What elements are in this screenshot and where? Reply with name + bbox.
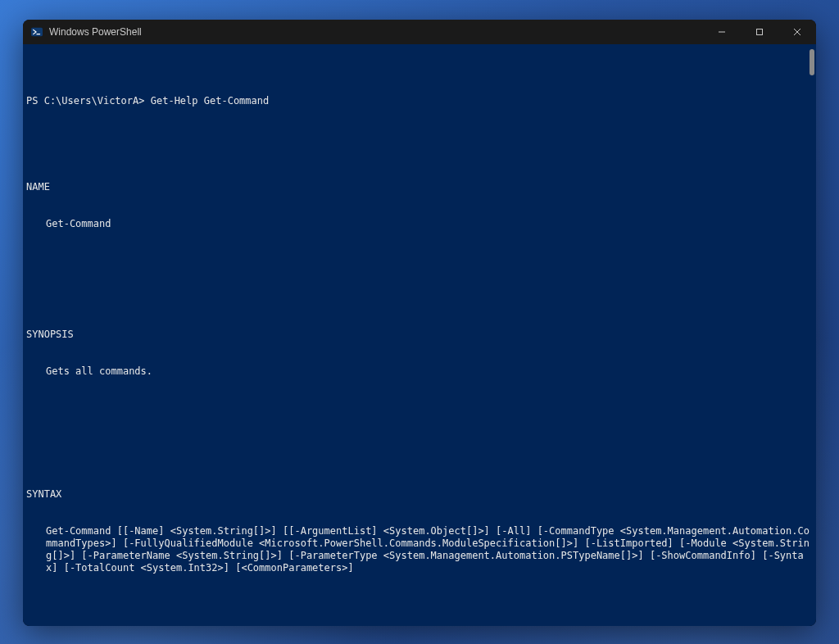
minimize-button[interactable] bbox=[703, 20, 741, 44]
titlebar[interactable]: Windows PowerShell bbox=[23, 20, 816, 44]
scrollbar-thumb[interactable] bbox=[810, 49, 814, 75]
prompt-command: Get-Help Get-Command bbox=[151, 95, 270, 107]
prompt-line: PS C:\Users\VictorA> Get-Help Get-Comman… bbox=[26, 95, 813, 107]
powershell-window: Windows PowerShell PS C:\Users\VictorA> … bbox=[23, 20, 816, 626]
close-button[interactable] bbox=[778, 20, 816, 44]
window-controls bbox=[703, 20, 816, 44]
name-heading: NAME bbox=[26, 181, 813, 193]
window-title: Windows PowerShell bbox=[49, 26, 142, 38]
terminal-area[interactable]: PS C:\Users\VictorA> Get-Help Get-Comman… bbox=[23, 44, 816, 626]
syntax-block-1: Get-Command [[-Name] <System.String[]>] … bbox=[26, 525, 813, 574]
prompt-path: PS C:\Users\VictorA> bbox=[26, 95, 145, 107]
svg-rect-3 bbox=[757, 29, 763, 35]
synopsis-value: Gets all commands. bbox=[26, 365, 813, 378]
synopsis-heading: SYNOPSIS bbox=[26, 329, 813, 341]
svg-rect-0 bbox=[31, 28, 43, 37]
powershell-icon bbox=[31, 26, 43, 38]
maximize-button[interactable] bbox=[741, 20, 778, 44]
name-value: Get-Command bbox=[26, 218, 813, 230]
syntax-heading: SYNTAX bbox=[26, 488, 813, 501]
